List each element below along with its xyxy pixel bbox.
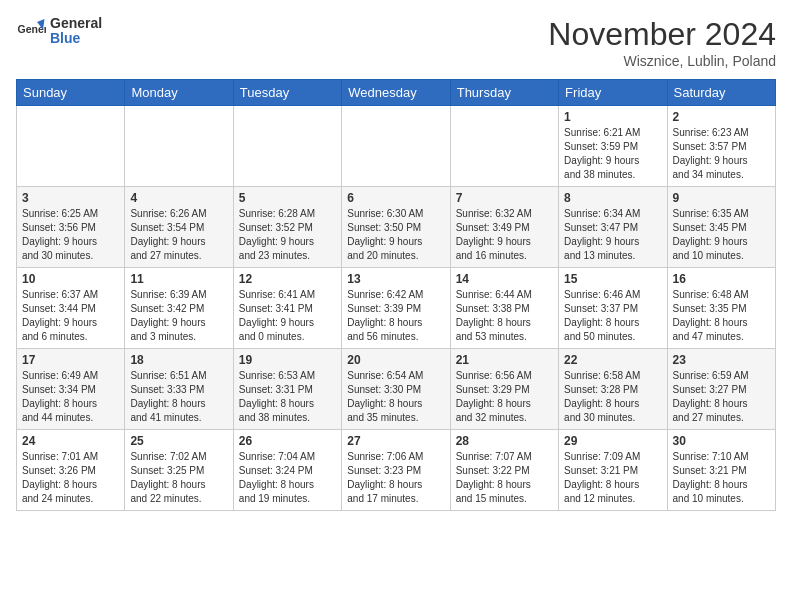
calendar-cell: 28Sunrise: 7:07 AM Sunset: 3:22 PM Dayli… (450, 430, 558, 511)
day-number: 14 (456, 272, 553, 286)
calendar-cell: 26Sunrise: 7:04 AM Sunset: 3:24 PM Dayli… (233, 430, 341, 511)
day-info: Sunrise: 6:42 AM Sunset: 3:39 PM Dayligh… (347, 288, 444, 344)
header-thursday: Thursday (450, 80, 558, 106)
day-number: 23 (673, 353, 770, 367)
calendar-cell: 14Sunrise: 6:44 AM Sunset: 3:38 PM Dayli… (450, 268, 558, 349)
day-number: 2 (673, 110, 770, 124)
calendar-cell: 17Sunrise: 6:49 AM Sunset: 3:34 PM Dayli… (17, 349, 125, 430)
calendar-cell: 13Sunrise: 6:42 AM Sunset: 3:39 PM Dayli… (342, 268, 450, 349)
day-info: Sunrise: 6:44 AM Sunset: 3:38 PM Dayligh… (456, 288, 553, 344)
day-info: Sunrise: 6:34 AM Sunset: 3:47 PM Dayligh… (564, 207, 661, 263)
day-number: 6 (347, 191, 444, 205)
day-info: Sunrise: 6:39 AM Sunset: 3:42 PM Dayligh… (130, 288, 227, 344)
day-number: 18 (130, 353, 227, 367)
day-number: 17 (22, 353, 119, 367)
day-number: 11 (130, 272, 227, 286)
day-number: 7 (456, 191, 553, 205)
day-number: 30 (673, 434, 770, 448)
logo: General General Blue (16, 16, 102, 47)
calendar-row-1: 3Sunrise: 6:25 AM Sunset: 3:56 PM Daylig… (17, 187, 776, 268)
calendar-cell (125, 106, 233, 187)
calendar-cell: 19Sunrise: 6:53 AM Sunset: 3:31 PM Dayli… (233, 349, 341, 430)
month-title: November 2024 (548, 16, 776, 53)
calendar-cell: 23Sunrise: 6:59 AM Sunset: 3:27 PM Dayli… (667, 349, 775, 430)
calendar-cell: 15Sunrise: 6:46 AM Sunset: 3:37 PM Dayli… (559, 268, 667, 349)
calendar-cell: 1Sunrise: 6:21 AM Sunset: 3:59 PM Daylig… (559, 106, 667, 187)
day-info: Sunrise: 7:06 AM Sunset: 3:23 PM Dayligh… (347, 450, 444, 506)
day-info: Sunrise: 6:49 AM Sunset: 3:34 PM Dayligh… (22, 369, 119, 425)
calendar-cell: 29Sunrise: 7:09 AM Sunset: 3:21 PM Dayli… (559, 430, 667, 511)
calendar-cell (17, 106, 125, 187)
day-info: Sunrise: 6:41 AM Sunset: 3:41 PM Dayligh… (239, 288, 336, 344)
day-number: 25 (130, 434, 227, 448)
calendar-cell: 25Sunrise: 7:02 AM Sunset: 3:25 PM Dayli… (125, 430, 233, 511)
day-number: 10 (22, 272, 119, 286)
calendar-cell: 4Sunrise: 6:26 AM Sunset: 3:54 PM Daylig… (125, 187, 233, 268)
day-number: 9 (673, 191, 770, 205)
day-number: 24 (22, 434, 119, 448)
day-info: Sunrise: 6:37 AM Sunset: 3:44 PM Dayligh… (22, 288, 119, 344)
calendar-cell: 2Sunrise: 6:23 AM Sunset: 3:57 PM Daylig… (667, 106, 775, 187)
calendar-row-4: 24Sunrise: 7:01 AM Sunset: 3:26 PM Dayli… (17, 430, 776, 511)
day-info: Sunrise: 6:35 AM Sunset: 3:45 PM Dayligh… (673, 207, 770, 263)
page-header: General General Blue November 2024 Wiszn… (16, 16, 776, 69)
calendar-row-0: 1Sunrise: 6:21 AM Sunset: 3:59 PM Daylig… (17, 106, 776, 187)
calendar-cell: 6Sunrise: 6:30 AM Sunset: 3:50 PM Daylig… (342, 187, 450, 268)
day-info: Sunrise: 6:30 AM Sunset: 3:50 PM Dayligh… (347, 207, 444, 263)
location-subtitle: Wisznice, Lublin, Poland (548, 53, 776, 69)
day-number: 29 (564, 434, 661, 448)
day-info: Sunrise: 6:59 AM Sunset: 3:27 PM Dayligh… (673, 369, 770, 425)
calendar-cell: 16Sunrise: 6:48 AM Sunset: 3:35 PM Dayli… (667, 268, 775, 349)
calendar-cell: 7Sunrise: 6:32 AM Sunset: 3:49 PM Daylig… (450, 187, 558, 268)
day-info: Sunrise: 7:07 AM Sunset: 3:22 PM Dayligh… (456, 450, 553, 506)
calendar-cell: 11Sunrise: 6:39 AM Sunset: 3:42 PM Dayli… (125, 268, 233, 349)
calendar-cell: 18Sunrise: 6:51 AM Sunset: 3:33 PM Dayli… (125, 349, 233, 430)
day-number: 12 (239, 272, 336, 286)
header-monday: Monday (125, 80, 233, 106)
day-info: Sunrise: 6:25 AM Sunset: 3:56 PM Dayligh… (22, 207, 119, 263)
header-sunday: Sunday (17, 80, 125, 106)
day-info: Sunrise: 7:04 AM Sunset: 3:24 PM Dayligh… (239, 450, 336, 506)
logo-general: General (50, 16, 102, 31)
header-tuesday: Tuesday (233, 80, 341, 106)
day-number: 22 (564, 353, 661, 367)
title-block: November 2024 Wisznice, Lublin, Poland (548, 16, 776, 69)
calendar-cell: 10Sunrise: 6:37 AM Sunset: 3:44 PM Dayli… (17, 268, 125, 349)
day-info: Sunrise: 7:01 AM Sunset: 3:26 PM Dayligh… (22, 450, 119, 506)
day-number: 26 (239, 434, 336, 448)
day-info: Sunrise: 6:54 AM Sunset: 3:30 PM Dayligh… (347, 369, 444, 425)
day-number: 19 (239, 353, 336, 367)
calendar-cell (233, 106, 341, 187)
day-info: Sunrise: 6:26 AM Sunset: 3:54 PM Dayligh… (130, 207, 227, 263)
calendar-cell: 20Sunrise: 6:54 AM Sunset: 3:30 PM Dayli… (342, 349, 450, 430)
calendar-cell: 22Sunrise: 6:58 AM Sunset: 3:28 PM Dayli… (559, 349, 667, 430)
day-number: 3 (22, 191, 119, 205)
day-info: Sunrise: 7:02 AM Sunset: 3:25 PM Dayligh… (130, 450, 227, 506)
day-info: Sunrise: 6:48 AM Sunset: 3:35 PM Dayligh… (673, 288, 770, 344)
day-number: 1 (564, 110, 661, 124)
day-number: 28 (456, 434, 553, 448)
calendar-cell: 3Sunrise: 6:25 AM Sunset: 3:56 PM Daylig… (17, 187, 125, 268)
day-number: 27 (347, 434, 444, 448)
calendar-cell: 21Sunrise: 6:56 AM Sunset: 3:29 PM Dayli… (450, 349, 558, 430)
calendar-row-2: 10Sunrise: 6:37 AM Sunset: 3:44 PM Dayli… (17, 268, 776, 349)
logo-icon: General (16, 16, 46, 46)
logo-blue: Blue (50, 31, 102, 46)
calendar-row-3: 17Sunrise: 6:49 AM Sunset: 3:34 PM Dayli… (17, 349, 776, 430)
day-info: Sunrise: 6:21 AM Sunset: 3:59 PM Dayligh… (564, 126, 661, 182)
header-friday: Friday (559, 80, 667, 106)
calendar-cell: 24Sunrise: 7:01 AM Sunset: 3:26 PM Dayli… (17, 430, 125, 511)
day-number: 21 (456, 353, 553, 367)
calendar-cell: 8Sunrise: 6:34 AM Sunset: 3:47 PM Daylig… (559, 187, 667, 268)
day-info: Sunrise: 6:32 AM Sunset: 3:49 PM Dayligh… (456, 207, 553, 263)
day-info: Sunrise: 6:58 AM Sunset: 3:28 PM Dayligh… (564, 369, 661, 425)
day-number: 8 (564, 191, 661, 205)
day-info: Sunrise: 6:23 AM Sunset: 3:57 PM Dayligh… (673, 126, 770, 182)
calendar-cell: 9Sunrise: 6:35 AM Sunset: 3:45 PM Daylig… (667, 187, 775, 268)
day-number: 13 (347, 272, 444, 286)
day-info: Sunrise: 6:28 AM Sunset: 3:52 PM Dayligh… (239, 207, 336, 263)
calendar-cell: 30Sunrise: 7:10 AM Sunset: 3:21 PM Dayli… (667, 430, 775, 511)
header-saturday: Saturday (667, 80, 775, 106)
header-wednesday: Wednesday (342, 80, 450, 106)
day-number: 16 (673, 272, 770, 286)
